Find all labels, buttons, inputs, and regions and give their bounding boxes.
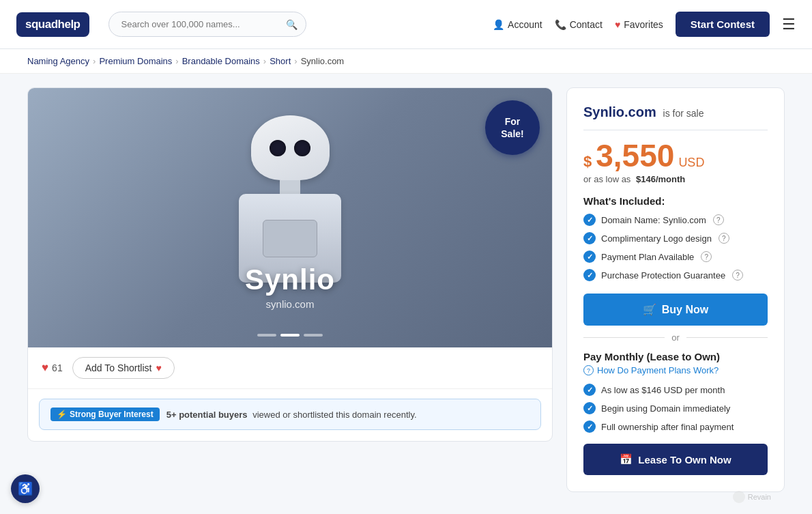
favorites-nav-item[interactable]: ♥ Favorites <box>615 19 663 30</box>
accessibility-button[interactable]: ♿ <box>11 474 40 503</box>
add-to-shortlist-button[interactable]: Add To Shortlist ♥ <box>72 357 175 379</box>
account-label: Account <box>508 19 542 30</box>
hamburger-icon[interactable]: ☰ <box>782 16 796 33</box>
breadcrumb: Naming Agency › Premium Domains › Branda… <box>0 49 812 74</box>
lease-to-own-button[interactable]: 📅 Lease To Own Now <box>583 444 768 475</box>
favorites-heart-icon: ♥ <box>615 19 620 30</box>
breadcrumb-premium-domains[interactable]: Premium Domains <box>99 56 172 66</box>
how-payment-link[interactable]: ? How Do Payment Plans Work? <box>583 365 768 375</box>
lease-item-2: ✓ Full ownership after final payment <box>583 420 768 433</box>
or-line-right <box>686 337 768 338</box>
lease-item-0-label: As low as $146 USD per month <box>601 385 725 395</box>
included-item-1-label: Complimentary Logo design <box>601 233 712 244</box>
domain-overlay-title: Synlio <box>28 263 552 296</box>
pricing-card: Synlio.com is for sale $ 3,550 USD or as… <box>566 87 785 492</box>
check-circle-1: ✓ <box>583 232 596 244</box>
lease-item-0: ✓ As low as $146 USD per month <box>583 384 768 396</box>
breadcrumb-sep-1: › <box>93 56 96 66</box>
cart-icon: 🛒 <box>643 303 656 316</box>
buyer-interest-bar: ⚡ Strong Buyer Interest 5+ potential buy… <box>39 399 541 430</box>
buy-now-button[interactable]: 🛒 Buy Now <box>583 294 768 326</box>
header-nav: 👤 Account 📞 Contact ♥ Favorites Start Co… <box>493 12 796 37</box>
included-item-3-label: Purchase Protection Guarantee <box>601 270 725 281</box>
included-item-2: ✓ Payment Plan Available ? <box>583 251 768 263</box>
breadcrumb-current: Synlio.com <box>301 56 345 66</box>
header: squadhelp 🔍 👤 Account 📞 Contact ♥ Favori… <box>0 0 812 49</box>
for-sale-badge: For Sale! <box>485 100 540 155</box>
carousel-dots <box>257 334 323 337</box>
watermark: Revain <box>733 491 771 503</box>
add-to-shortlist-label: Add To Shortlist <box>85 362 152 373</box>
info-icon-0[interactable]: ? <box>713 214 724 225</box>
lease-list: ✓ As low as $146 USD per month ✓ Begin u… <box>583 384 768 433</box>
dot-2-active[interactable] <box>280 334 300 337</box>
lease-item-1-label: Begin using Domain immediately <box>601 403 730 414</box>
buy-now-label: Buy Now <box>662 304 708 316</box>
monthly-amount: $146/month <box>636 174 685 184</box>
search-input[interactable] <box>108 12 306 37</box>
pay-monthly-title: Pay Monthly (Lease to Own) <box>583 351 768 362</box>
info-icon-2[interactable]: ? <box>701 251 712 262</box>
breadcrumb-naming-agency[interactable]: Naming Agency <box>27 56 89 66</box>
buyer-interest-text: 5+ potential buyers viewed or shortliste… <box>166 410 417 420</box>
like-button[interactable]: ♥ 61 <box>42 361 63 375</box>
watermark-text: Revain <box>748 493 771 501</box>
product-image-container: Synlio synlio.com For Sale! <box>28 88 552 347</box>
start-contest-button[interactable]: Start Contest <box>676 12 770 37</box>
dot-1[interactable] <box>257 334 276 337</box>
buyer-interest-count: 5+ potential buyers <box>166 410 248 420</box>
domain-sale-title: Synlio.com is for sale <box>583 104 768 120</box>
lease-item-2-label: Full ownership after final payment <box>601 422 734 432</box>
contact-nav-item[interactable]: 📞 Contact <box>555 19 603 30</box>
lease-item-1: ✓ Begin using Domain immediately <box>583 402 768 414</box>
price-dollar-sign: $ <box>583 153 592 171</box>
price-amount: 3,550 <box>596 140 674 171</box>
how-payment-label: How Do Payment Plans Work? <box>597 365 719 375</box>
main-content: Synlio synlio.com For Sale! ♥ 61 Add <box>0 74 812 506</box>
info-icon-1[interactable]: ? <box>719 233 729 244</box>
strong-buyer-interest-badge: ⚡ Strong Buyer Interest <box>50 408 160 421</box>
check-circle-3: ✓ <box>583 269 596 281</box>
search-icon: 🔍 <box>286 19 298 30</box>
check-circle-2: ✓ <box>583 251 596 263</box>
included-item-0: ✓ Domain Name: Synlio.com ? <box>583 214 768 226</box>
lease-check-2: ✓ <box>583 420 596 433</box>
divider-1 <box>583 130 768 130</box>
how-payment-info-icon: ? <box>583 365 594 375</box>
accessibility-icon: ♿ <box>18 481 33 496</box>
buyer-interest-suffix: viewed or shortlisted this domain recent… <box>252 410 416 420</box>
breadcrumb-sep-2: › <box>175 56 178 66</box>
or-text: or <box>671 332 680 343</box>
for-sale-line1: For <box>505 115 521 128</box>
monthly-label: or as low as <box>583 174 630 184</box>
dot-3[interactable] <box>304 334 323 337</box>
account-icon: 👤 <box>493 19 504 30</box>
lightning-icon: ⚡ <box>57 410 67 419</box>
logo-text: squadhelp <box>25 18 81 31</box>
included-item-1: ✓ Complimentary Logo design ? <box>583 232 768 244</box>
breadcrumb-sep-4: › <box>294 56 297 66</box>
breadcrumb-brandable-domains[interactable]: Brandable Domains <box>182 56 260 66</box>
lease-check-0: ✓ <box>583 384 596 396</box>
product-actions-row: ♥ 61 Add To Shortlist ♥ <box>28 347 552 389</box>
shortlist-heart-icon: ♥ <box>156 362 161 373</box>
included-list: ✓ Domain Name: Synlio.com ? ✓ Compliment… <box>583 214 768 281</box>
breadcrumb-short[interactable]: Short <box>270 56 291 66</box>
lease-check-1: ✓ <box>583 402 596 414</box>
phone-icon: 📞 <box>555 19 566 30</box>
search-container: 🔍 <box>108 12 306 37</box>
or-divider: or <box>583 332 768 343</box>
account-nav-item[interactable]: 👤 Account <box>493 19 542 30</box>
breadcrumb-sep-3: › <box>263 56 266 66</box>
logo[interactable]: squadhelp <box>16 12 89 37</box>
product-card: Synlio synlio.com For Sale! ♥ 61 Add <box>27 87 553 442</box>
favorites-label: Favorites <box>624 19 663 30</box>
for-sale-line2: Sale! <box>501 128 523 140</box>
included-item-0-label: Domain Name: Synlio.com <box>601 215 706 225</box>
price-row: $ 3,550 USD <box>583 140 768 171</box>
buyer-interest-badge-label: Strong Buyer Interest <box>70 410 154 419</box>
info-icon-3[interactable]: ? <box>732 270 743 281</box>
lease-button-label: Lease To Own Now <box>638 454 731 466</box>
monthly-price-text: or as low as $146/month <box>583 174 768 184</box>
or-line-left <box>583 337 665 338</box>
